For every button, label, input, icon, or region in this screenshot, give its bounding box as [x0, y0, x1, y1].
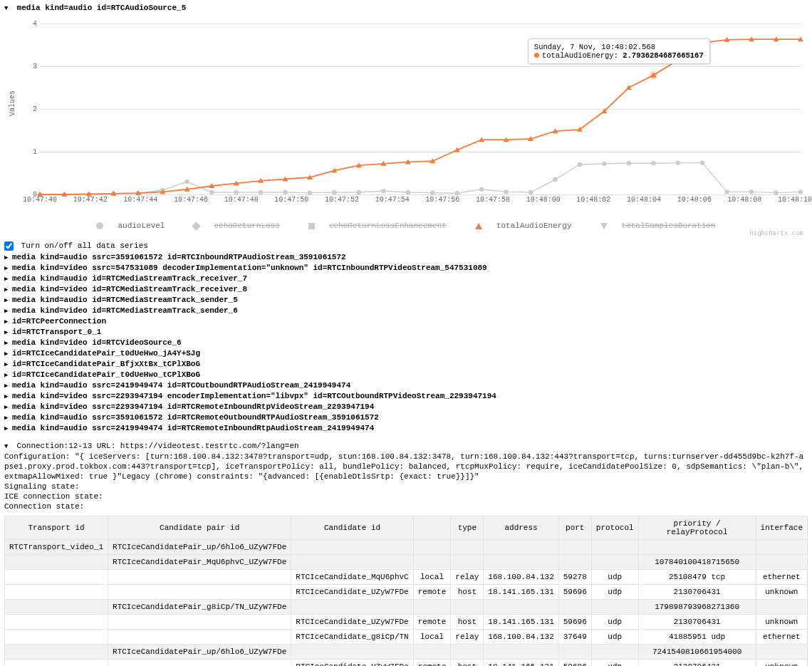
stats-item-collapsed[interactable]: media kind=audio ssrc=2419949474 id=RTCO…: [4, 380, 808, 391]
legend-item[interactable]: totalSamplesDuration: [593, 222, 723, 230]
table-cell: RTCIceCandidate_UZyW7FDe: [291, 660, 413, 667]
table-cell: [108, 660, 291, 667]
stats-item-label: media kind=video id=RTCVideoSource_6: [12, 338, 182, 347]
table-cell: RTCIceCandidatePair_up/6hlo6_UZyW7FDe: [108, 645, 291, 660]
connection-heading[interactable]: Connection:12-13 URL: https://videotest.…: [4, 441, 808, 452]
table-cell: [591, 600, 638, 615]
stats-item-collapsed[interactable]: media kind=video id=RTCMediaStreamTrack_…: [4, 284, 808, 295]
x-tick: 10:47:56: [425, 196, 459, 204]
stats-item-collapsed[interactable]: id=RTCIceCandidatePair_t0dUeHwo_tCPlXBoG: [4, 370, 808, 380]
legend-item[interactable]: echoReturnLossEnhancement: [301, 222, 454, 230]
svg-point-19: [504, 189, 508, 194]
tooltip-time: Sunday, 7 Nov, 10:48:02.568: [534, 43, 704, 51]
stats-item-label: media kind=video ssrc=2293947194 id=RTCR…: [12, 402, 374, 411]
table-cell: 59696: [558, 585, 591, 600]
legend-item[interactable]: echoReturnLoss: [186, 222, 286, 230]
stats-item-collapsed[interactable]: id=RTCPeerConnection: [4, 316, 808, 327]
table-header: type: [451, 516, 484, 540]
table-cell: [108, 630, 291, 645]
table-header: Candidate id: [291, 516, 413, 540]
stats-item-collapsed[interactable]: media kind=audio ssrc=2419949474 id=RTCR…: [4, 423, 808, 434]
chart-credits[interactable]: Highcharts.com: [4, 230, 803, 237]
legend-marker-icon: [600, 223, 608, 229]
stats-item-collapsed[interactable]: id=RTCIceCandidatePair_t0dUeHwo_jA4Y+SJg: [4, 348, 808, 359]
table-cell: [451, 645, 484, 660]
table-cell: [413, 555, 451, 570]
table-cell: [5, 660, 108, 667]
legend-item[interactable]: totalAudioEnergy: [468, 222, 579, 230]
table-cell: [558, 600, 591, 615]
stats-item-collapsed[interactable]: id=RTCTransport_0_1: [4, 327, 808, 338]
x-tick: 10:47:58: [476, 196, 510, 204]
stats-item-label: media kind=audio ssrc=2419949474 id=RTCR…: [12, 424, 374, 432]
table-cell: 107840100418715650: [638, 555, 756, 570]
legend-label: audioLevel: [118, 222, 165, 230]
table-cell: [451, 600, 484, 615]
table-cell: remote: [413, 615, 451, 630]
stats-item-label: media kind=video id=RTCMediaStreamTrack_…: [12, 285, 247, 293]
svg-point-24: [627, 161, 631, 165]
svg-point-22: [578, 162, 582, 167]
stats-item-label: id=RTCIceCandidatePair_BfjxXtBx_tCPlXBoG: [12, 360, 200, 368]
legend-item[interactable]: audioLevel: [89, 222, 172, 230]
table-header: Candidate pair id: [108, 516, 291, 540]
stats-item-collapsed[interactable]: media kind=video ssrc=547531089 decoderI…: [4, 263, 808, 274]
connection-signaling: Signaling state:: [4, 482, 808, 491]
table-cell: [5, 630, 108, 645]
table-cell: [5, 570, 108, 585]
candidate-table: Transport idCandidate pair idCandidate i…: [4, 516, 808, 666]
stats-item-collapsed[interactable]: media kind=video id=RTCMediaStreamTrack_…: [4, 306, 808, 316]
x-tick: 10:47:40: [23, 196, 57, 204]
x-tick: 10:48:06: [677, 196, 712, 204]
stats-item-collapsed[interactable]: media kind=video ssrc=2293947194 encoder…: [4, 391, 808, 402]
connection-heading-label: Connection:12-13 URL: https://videotest.…: [17, 442, 299, 450]
legend-label: totalAudioEnergy: [496, 222, 572, 230]
x-tick: 10:48:02: [576, 196, 610, 204]
stats-item-collapsed[interactable]: media kind=video ssrc=2293947194 id=RTCR…: [4, 402, 808, 412]
table-cell: RTCIceCandidate_g8iCp/TN: [291, 630, 413, 645]
stats-item-label: media kind=audio ssrc=3591061572 id=RTCR…: [12, 413, 379, 422]
table-cell: 59696: [558, 615, 591, 630]
svg-point-18: [479, 187, 484, 192]
table-cell: RTCIceCandidate_MqU6phvC: [291, 570, 413, 585]
table-header: [413, 516, 451, 540]
svg-point-16: [430, 190, 434, 194]
svg-point-13: [357, 190, 361, 194]
stats-item-collapsed[interactable]: id=RTCIceCandidatePair_BfjxXtBx_tCPlXBoG: [4, 359, 808, 370]
table-header: interface: [756, 516, 807, 540]
legend-marker-icon: [475, 223, 482, 229]
x-tick: 10:47:54: [375, 196, 410, 204]
stats-item-collapsed[interactable]: media kind=audio id=RTCMediaStreamTrack_…: [4, 274, 808, 284]
table-cell: ethernet: [756, 630, 807, 645]
x-tick: 10:47:50: [274, 196, 308, 204]
stats-item-collapsed[interactable]: media kind=video id=RTCVideoSource_6: [4, 338, 808, 348]
table-cell: [5, 615, 108, 630]
tooltip-series-name: totalAudioEnergy: [542, 51, 614, 60]
tooltip-value: 2.7936284687665167: [623, 51, 703, 60]
toggle-all-checkbox[interactable]: [4, 241, 14, 251]
stats-item-collapsed[interactable]: media kind=audio id=RTCMediaStreamTrack_…: [4, 295, 808, 306]
table-cell: [638, 540, 756, 555]
svg-point-25: [651, 161, 655, 165]
table-cell: RTCIceCandidate_UZyW7FDe: [291, 615, 413, 630]
chart-area[interactable]: 01234 10:47:4010:47:4210:47:4410:47:4610…: [40, 16, 801, 216]
stats-item-collapsed[interactable]: media kind=audio ssrc=3591061572 id=RTCI…: [4, 252, 808, 263]
svg-point-7: [209, 190, 214, 194]
table-cell: ethernet: [756, 570, 807, 585]
svg-point-20: [529, 190, 533, 194]
stats-item-expanded[interactable]: media kind=audio id=RTCAudioSource_5: [4, 3, 808, 14]
x-tick: 10:48:08: [727, 196, 761, 204]
table-cell: [484, 555, 558, 570]
x-tick: 10:48:04: [627, 196, 661, 204]
table-header: protocol: [591, 516, 638, 540]
table-cell: [756, 645, 807, 660]
table-header: priority / relayProtocol: [638, 516, 756, 540]
svg-point-23: [602, 162, 606, 166]
table-cell: [756, 540, 807, 555]
table-cell: 2130706431: [638, 615, 756, 630]
y-tick: 1: [23, 148, 37, 156]
table-cell: unknown: [756, 615, 807, 630]
stats-item-collapsed[interactable]: media kind=audio ssrc=3591061572 id=RTCR…: [4, 412, 808, 423]
table-cell: [108, 615, 291, 630]
table-row: RTCIceCandidate_UZyW7FDeremotehost18.141…: [5, 660, 808, 667]
